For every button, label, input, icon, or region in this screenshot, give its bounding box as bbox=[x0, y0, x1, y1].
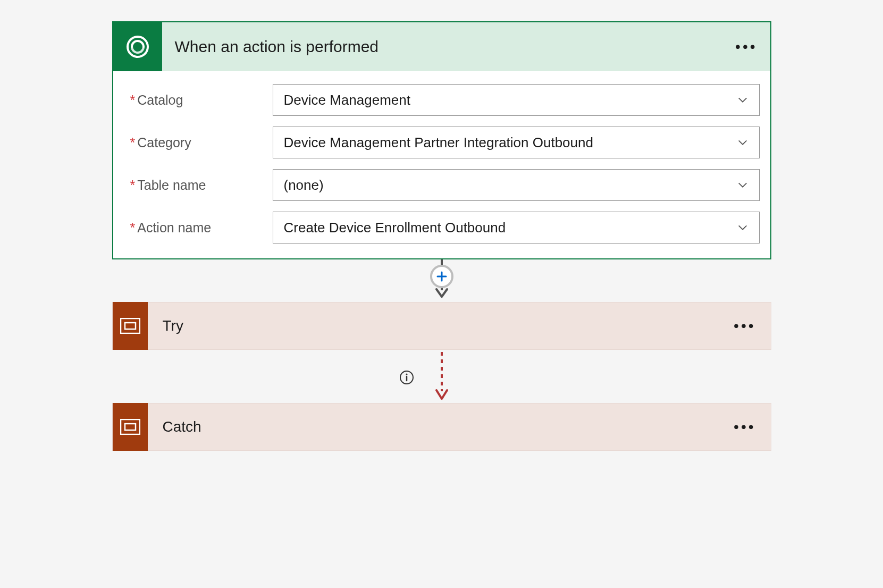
trigger-icon-box bbox=[113, 22, 162, 71]
field-label-table-name: *Table name bbox=[124, 178, 273, 193]
svg-point-0 bbox=[128, 37, 148, 57]
svg-rect-3 bbox=[125, 323, 136, 329]
action-name-select[interactable]: Create Device Enrollment Outbound bbox=[273, 212, 760, 243]
field-label-category: *Category bbox=[124, 135, 273, 150]
try-step-title: Try bbox=[163, 317, 183, 334]
catch-icon-box bbox=[113, 403, 148, 451]
connector-trigger-to-try bbox=[431, 259, 452, 302]
required-star-icon: * bbox=[130, 178, 136, 192]
field-row-catalog: *Catalog Device Management bbox=[124, 84, 760, 116]
chevron-down-icon bbox=[737, 137, 749, 148]
chevron-down-icon bbox=[737, 222, 749, 233]
required-star-icon: * bbox=[130, 93, 136, 107]
scope-icon bbox=[120, 419, 140, 435]
trigger-more-button[interactable]: ••• bbox=[735, 39, 757, 54]
try-step-card[interactable]: Try ••• bbox=[112, 302, 771, 350]
required-star-icon: * bbox=[130, 220, 136, 235]
field-row-category: *Category Device Management Partner Inte… bbox=[124, 127, 760, 158]
add-step-button[interactable] bbox=[430, 265, 453, 288]
table-name-select[interactable]: (none) bbox=[273, 169, 760, 201]
catalog-select-value: Device Management bbox=[284, 92, 410, 108]
category-select[interactable]: Device Management Partner Integration Ou… bbox=[273, 127, 760, 158]
dataverse-swirl-icon bbox=[124, 33, 151, 60]
flow-designer-canvas: When an action is performed ••• *Catalog… bbox=[32, 21, 851, 451]
field-label-text: Table name bbox=[137, 178, 206, 192]
connector-try-to-catch bbox=[112, 350, 771, 403]
try-more-button[interactable]: ••• bbox=[734, 318, 755, 333]
required-star-icon: * bbox=[130, 135, 136, 150]
svg-rect-8 bbox=[121, 419, 140, 434]
field-row-action-name: *Action name Create Device Enrollment Ou… bbox=[124, 212, 760, 243]
svg-rect-2 bbox=[121, 318, 140, 333]
try-icon-box bbox=[113, 302, 148, 350]
dashed-arrow-down-icon bbox=[431, 350, 452, 403]
field-label-catalog: *Catalog bbox=[124, 93, 273, 108]
field-label-text: Category bbox=[137, 135, 191, 150]
catch-step-title: Catch bbox=[163, 418, 201, 435]
field-label-action-name: *Action name bbox=[124, 220, 273, 236]
trigger-body: *Catalog Device Management *Category Dev… bbox=[113, 71, 770, 258]
trigger-header[interactable]: When an action is performed ••• bbox=[113, 22, 770, 71]
catch-more-button[interactable]: ••• bbox=[734, 419, 755, 434]
category-select-value: Device Management Partner Integration Ou… bbox=[284, 135, 593, 151]
field-label-text: Action name bbox=[137, 220, 211, 235]
catalog-select[interactable]: Device Management bbox=[273, 84, 760, 116]
plus-icon bbox=[435, 270, 448, 283]
scope-icon bbox=[120, 318, 140, 334]
field-label-text: Catalog bbox=[137, 93, 183, 107]
svg-point-5 bbox=[406, 373, 407, 375]
trigger-title: When an action is performed bbox=[175, 38, 379, 56]
chevron-down-icon bbox=[737, 179, 749, 191]
table-name-select-value: (none) bbox=[284, 177, 324, 194]
field-row-table-name: *Table name (none) bbox=[124, 169, 760, 201]
chevron-down-icon bbox=[737, 94, 749, 106]
action-name-select-value: Create Device Enrollment Outbound bbox=[284, 220, 506, 236]
trigger-card: When an action is performed ••• *Catalog… bbox=[112, 21, 771, 259]
svg-rect-9 bbox=[125, 424, 136, 430]
catch-step-card[interactable]: Catch ••• bbox=[112, 403, 771, 451]
info-icon[interactable] bbox=[399, 370, 414, 385]
